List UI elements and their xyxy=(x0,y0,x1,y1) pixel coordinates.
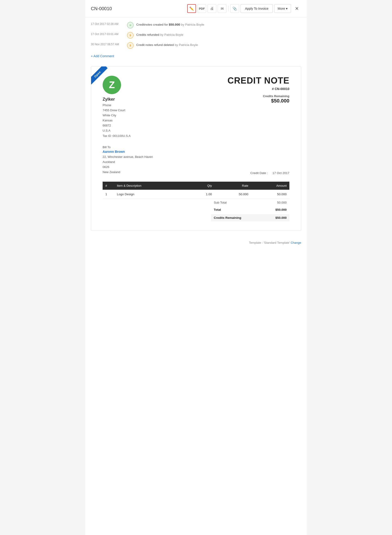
status-ribbon: Open xyxy=(91,66,112,87)
invoice-title-section: CREDIT NOTE # CN-00010 Credits Remaining… xyxy=(227,76,289,104)
bill-to-address: 22, Winchester avenue, Beach Haven Auckl… xyxy=(103,154,153,175)
invoice-title: CREDIT NOTE xyxy=(227,76,289,86)
invoice-header: Z Zylker Phone 7455 Drew Court White Cit… xyxy=(103,76,289,138)
activity-refund-icon: $ xyxy=(127,32,134,38)
total-label: Total xyxy=(214,208,221,211)
print-button[interactable]: 🖨 xyxy=(208,4,216,13)
credit-date-label: Credit Date : xyxy=(250,171,268,175)
header: CN-00010 ✏️ PDF 🖨 ✉ 📎 Apply To Invoice M… xyxy=(85,0,307,17)
activity-timestamp: 17 Oct 2017 02:28 AM xyxy=(91,22,124,26)
activity-item: 17 Oct 2017 02:28 AM ≡ Creditnotes creat… xyxy=(91,22,301,28)
more-label: More xyxy=(278,7,285,10)
page-title: CN-00010 xyxy=(91,6,187,11)
attach-icon: 📎 xyxy=(233,6,237,11)
edit-icon: ✏️ xyxy=(189,6,194,11)
row-rate: 50.000 xyxy=(215,190,251,199)
total-row: Total $50.000 xyxy=(211,206,289,213)
bill-section: Bill To Aaronn Brown 22, Winchester aven… xyxy=(103,145,289,175)
pdf-button[interactable]: PDF xyxy=(197,4,206,13)
template-text: Template : 'Standard Template' xyxy=(249,241,290,244)
activity-item: 17 Oct 2017 03:01 AM $ Credits refunded … xyxy=(91,32,301,38)
credits-remaining-amount: $50.000 xyxy=(227,98,289,104)
col-num: # xyxy=(103,182,114,190)
credit-date-value: 17 Oct 2017 xyxy=(272,171,289,175)
total-value: $50.000 xyxy=(275,208,287,211)
activity-item: 30 Nov 2017 06:57 AM $ Credit notes refu… xyxy=(91,42,301,49)
close-button[interactable]: ✕ xyxy=(292,4,301,13)
col-amount: Amount xyxy=(251,182,289,190)
credits-remaining-row-label: Credits Remaining xyxy=(214,216,241,219)
row-description: Logo Design xyxy=(114,190,187,199)
edit-button[interactable]: ✏️ xyxy=(187,4,196,13)
table-row: 1 Logo Design 1.00 50.000 50.000 xyxy=(103,190,289,199)
totals-section: Sub Total 50.000 Total $50.000 Credits R… xyxy=(103,199,289,221)
credits-remaining-total-row: Credits Remaining $50.000 xyxy=(211,214,289,221)
activity-text: Credit notes refund deleted by Patricia … xyxy=(136,42,198,47)
more-arrow-icon: ▾ xyxy=(286,7,288,10)
activity-timestamp: 17 Oct 2017 03:01 AM xyxy=(91,32,124,36)
invoice-document: Open Z Zylker Phone 7455 Drew Court Whit… xyxy=(91,66,301,231)
activity-timestamp: 30 Nov 2017 06:57 AM xyxy=(91,42,124,46)
table-body: 1 Logo Design 1.00 50.000 50.000 xyxy=(103,190,289,199)
invoice-number: # CN-00010 xyxy=(227,87,289,91)
header-actions: ✏️ PDF 🖨 ✉ 📎 Apply To Invoice More ▾ ✕ xyxy=(187,4,301,13)
activity-deleted-icon: $ xyxy=(127,42,134,49)
activity-text: Credits refunded by Patricia Boyle xyxy=(136,32,183,37)
bill-to-section: Bill To Aaronn Brown 22, Winchester aven… xyxy=(103,145,153,175)
row-qty: 1.00 xyxy=(187,190,215,199)
divider xyxy=(228,6,229,11)
subtotal-value: 50.000 xyxy=(277,201,287,204)
col-rate: Rate xyxy=(215,182,251,190)
table-header: # Item & Description Qty Rate Amount xyxy=(103,182,289,190)
bill-to-label: Bill To xyxy=(103,145,153,149)
invoice-table: # Item & Description Qty Rate Amount 1 L… xyxy=(103,182,289,199)
email-icon: ✉ xyxy=(221,6,224,11)
print-icon: 🖨 xyxy=(210,6,214,11)
credits-remaining-label: Credits Remaining xyxy=(227,95,289,98)
activity-created-icon: ≡ xyxy=(127,22,134,28)
add-comment-button[interactable]: + Add Comment xyxy=(91,52,114,62)
pdf-icon: PDF xyxy=(199,7,205,10)
col-qty: Qty xyxy=(187,182,215,190)
company-name: Zylker xyxy=(103,97,131,102)
attach-button[interactable]: 📎 xyxy=(230,4,239,13)
row-num: 1 xyxy=(103,190,114,199)
ribbon-label: Open xyxy=(91,66,108,85)
page-footer: Template : 'Standard Template' Change xyxy=(85,236,307,249)
email-button[interactable]: ✉ xyxy=(218,4,226,13)
totals-table: Sub Total 50.000 Total $50.000 Credits R… xyxy=(211,199,289,221)
apply-to-invoice-button[interactable]: Apply To Invoice xyxy=(241,4,273,13)
invoice-date-section: Credit Date : 17 Oct 2017 xyxy=(250,171,289,175)
company-address: Phone 7455 Drew Court White City Kansas … xyxy=(103,103,131,138)
subtotal-row: Sub Total 50.000 xyxy=(211,199,289,206)
change-template-link[interactable]: Change xyxy=(290,241,301,244)
more-button[interactable]: More ▾ xyxy=(274,4,291,13)
bill-to-name[interactable]: Aaronn Brown xyxy=(103,150,153,153)
subtotal-label: Sub Total xyxy=(214,201,227,204)
col-description: Item & Description xyxy=(114,182,187,190)
credits-remaining-row-value: $50.000 xyxy=(275,216,287,219)
activity-text: Creditnotes created for $50.000 by Patri… xyxy=(136,22,204,26)
row-amount: 50.000 xyxy=(251,190,289,199)
activity-section: 17 Oct 2017 02:28 AM ≡ Creditnotes creat… xyxy=(85,17,307,64)
